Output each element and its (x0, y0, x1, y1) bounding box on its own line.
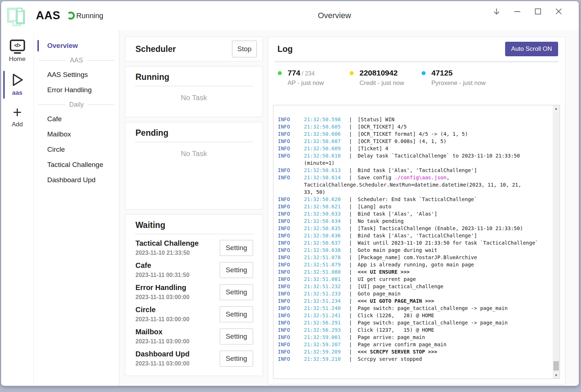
waiting-task-row: Cafe 2023-11-11 00:31:50 Setting (135, 259, 253, 281)
task-name: Circle (135, 306, 190, 314)
sidebar-section-daily: Daily (38, 98, 115, 111)
waiting-task-row: Dashboard Upd 2023-11-11 03:00:00 Settin… (135, 347, 253, 369)
waiting-task-row: Circle 2023-11-11 03:00:00 Setting (135, 303, 253, 325)
rail-home-label: Home (9, 56, 25, 63)
task-name: Mailbox (135, 328, 190, 336)
stat-value: 47125 (431, 69, 452, 77)
scheduler-card: Scheduler Stop (125, 37, 263, 61)
task-next-run-time: 2023-11-11 00:31:50 (135, 272, 190, 278)
task-name: Dashboard Upd (135, 350, 190, 358)
task-setting-button[interactable]: Setting (220, 328, 253, 344)
pending-empty-text: No Task (125, 150, 263, 158)
scroll-up-icon[interactable]: ▲ (553, 105, 560, 112)
task-next-run-time: 2023-11-11 03:00:00 (135, 316, 190, 323)
sidebar-item-error-handling[interactable]: Error Handling (34, 82, 119, 98)
task-name: Error Handling (135, 283, 190, 292)
add-icon: + (13, 106, 22, 119)
waiting-task-list: Tactical Challenge 2023-11-10 21:33:50 S… (125, 234, 263, 369)
page-title: Overview (318, 11, 351, 20)
waiting-task-row: Mailbox 2023-11-11 03:00:00 Setting (135, 325, 253, 347)
waiting-title: Waiting (125, 220, 263, 230)
scheduler-status: Running (67, 12, 103, 20)
log-title: Log (277, 44, 293, 54)
scroll-down-icon[interactable]: ▼ (553, 372, 560, 379)
waiting-task-row: Error Handling 2023-11-11 03:00:00 Setti… (135, 281, 253, 303)
log-scrollbar[interactable]: ▲ ▼ (553, 105, 560, 379)
rail-add-label: Add (12, 121, 23, 128)
app-logo-icon (5, 5, 28, 26)
task-next-run-time: 2023-11-11 03:00:00 (135, 338, 190, 345)
sidebar-item-circle[interactable]: Circle (34, 142, 119, 157)
stop-button[interactable]: Stop (232, 41, 257, 57)
stat-dot-icon (422, 71, 426, 75)
app-window: AAS Running Overview </> (1, 1, 579, 386)
config-sidebar: Overview AAS AAS Settings Error Handling… (34, 30, 119, 386)
waiting-card: Waiting Tactical Challenge 2023-11-10 21… (125, 214, 263, 376)
task-setting-button[interactable]: Setting (220, 306, 253, 322)
sidebar-item-cafe[interactable]: Cafe (34, 111, 119, 127)
scheduler-title: Scheduler (135, 44, 176, 54)
rail-item-add[interactable]: + Add (1, 103, 33, 132)
stat-suffix: / 234 (302, 70, 315, 77)
dashboard-stats: 774/ 234 AP - just now 2208109 (268, 62, 565, 90)
rail-aas-label: aas (12, 89, 22, 97)
task-name: Cafe (135, 261, 190, 270)
stat-dot-icon (350, 71, 354, 75)
play-icon (10, 72, 25, 87)
download-icon[interactable] (492, 7, 501, 16)
log-viewer: INFO21:32:50.598| [Status] WININFO21:32:… (273, 105, 560, 379)
running-spinner-icon (67, 12, 75, 20)
task-next-run-time: 2023-11-11 03:00:00 (135, 360, 190, 367)
minimize-icon[interactable] (513, 7, 521, 16)
stat-value: 774 (288, 69, 300, 77)
sidebar-item-mailbox[interactable]: Mailbox (34, 127, 119, 142)
stat-dot-icon (278, 71, 282, 75)
rail-item-aas[interactable]: aas (1, 69, 33, 100)
task-setting-button[interactable]: Setting (220, 262, 253, 278)
stat-value: 220810942 (359, 69, 398, 77)
dashboard-stat: 220810942 Credit - just now (350, 69, 422, 87)
pending-title: Pending (125, 128, 263, 138)
rail-item-home[interactable]: </> Home (1, 37, 33, 66)
running-empty-text: No Task (125, 94, 263, 102)
task-setting-button[interactable]: Setting (220, 284, 253, 300)
sidebar-item-tactical-challenge[interactable]: Tactical Challenge (34, 157, 119, 172)
running-card: Running No Task (125, 66, 263, 117)
auto-scroll-toggle[interactable]: Auto Scroll ON (505, 42, 558, 56)
task-next-run-time: 2023-11-10 21:33:50 (135, 250, 199, 256)
log-card: Log Auto Scroll ON 774/ 234 (268, 37, 565, 384)
close-icon[interactable] (554, 7, 563, 16)
sidebar-section-aas: AAS (38, 53, 115, 67)
sidebar-item-aas-settings[interactable]: AAS Settings (34, 67, 119, 82)
scrollbar-thumb[interactable] (553, 361, 559, 371)
sidebar-item-dashboard-upd[interactable]: Dashboard Upd (34, 172, 119, 188)
stat-label: Credit - just now (359, 79, 404, 87)
dashboard-stat: 47125 Pyroxene - just now (422, 69, 493, 87)
task-name: Tactical Challenge (135, 239, 199, 248)
stat-label: Pyroxene - just now (431, 79, 485, 87)
home-icon: </> (10, 40, 25, 54)
app-name: AAS (36, 9, 60, 22)
task-setting-button[interactable]: Setting (220, 351, 253, 367)
logo-phone-icon (16, 10, 25, 24)
dashboard-stat: 774/ 234 AP - just now (278, 69, 350, 87)
log-lines: INFO21:32:50.598| [Status] WININFO21:32:… (273, 105, 552, 379)
titlebar: AAS Running Overview (1, 1, 579, 30)
pending-card: Pending No Task (125, 122, 263, 209)
waiting-task-row: Tactical Challenge 2023-11-10 21:33:50 S… (135, 237, 253, 259)
status-text: Running (76, 12, 103, 20)
running-title: Running (125, 72, 263, 82)
icon-rail: </> Home aas + Add (1, 30, 34, 386)
stat-label: AP - just now (288, 79, 324, 87)
task-setting-button[interactable]: Setting (220, 240, 253, 256)
task-next-run-time: 2023-11-11 03:00:00 (135, 294, 190, 301)
maximize-icon[interactable] (533, 7, 542, 16)
window-controls (492, 7, 563, 16)
sidebar-item-overview[interactable]: Overview (34, 38, 119, 53)
main-content: Scheduler Stop Running No Task Pending N… (119, 30, 579, 386)
